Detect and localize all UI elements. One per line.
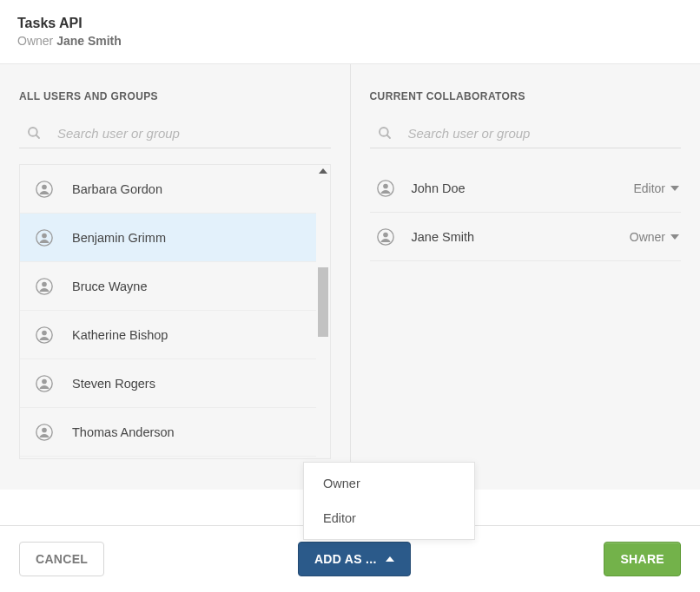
user-name: Steven Rogers bbox=[72, 377, 155, 391]
svg-point-5 bbox=[42, 233, 47, 238]
user-name: Bruce Wayne bbox=[72, 280, 148, 293]
user-item[interactable]: Bruce Wayne bbox=[20, 262, 330, 311]
collaborators-list: John DoeEditorJane SmithOwner bbox=[370, 164, 682, 261]
collaborator-item: John DoeEditor bbox=[370, 164, 682, 213]
share-button[interactable]: SHARE bbox=[604, 542, 681, 576]
all-users-title: ALL USERS AND GROUPS bbox=[19, 90, 331, 102]
user-item[interactable]: Steven Rogers bbox=[20, 359, 330, 408]
avatar-icon bbox=[36, 181, 53, 198]
page-title: Tasks API bbox=[17, 16, 683, 31]
user-item[interactable]: Thomas Anderson bbox=[20, 408, 330, 457]
chevron-down-icon bbox=[670, 234, 679, 240]
avatar-icon bbox=[36, 229, 53, 247]
user-item[interactable]: Barbara Gordon bbox=[20, 165, 330, 214]
chevron-down-icon bbox=[670, 186, 679, 191]
user-name: Thomas Anderson bbox=[72, 425, 175, 439]
svg-point-9 bbox=[42, 330, 47, 335]
svg-line-15 bbox=[386, 135, 389, 138]
collaborators-panel: CURRENT COLLABORATORS John DoeEditorJane… bbox=[351, 64, 701, 490]
collaborators-search-input[interactable] bbox=[408, 126, 682, 141]
collaborators-title: CURRENT COLLABORATORS bbox=[370, 90, 682, 102]
add-as-button[interactable]: ADD AS ... bbox=[298, 542, 411, 576]
collaborator-name: Jane Smith bbox=[412, 230, 630, 244]
svg-point-17 bbox=[383, 183, 388, 188]
chevron-up-icon bbox=[386, 556, 394, 562]
svg-point-11 bbox=[42, 378, 47, 384]
search-icon bbox=[377, 125, 393, 141]
all-users-search[interactable] bbox=[19, 122, 331, 148]
role-select[interactable]: Editor bbox=[633, 181, 679, 195]
svg-line-1 bbox=[36, 135, 39, 138]
avatar-icon bbox=[36, 375, 53, 392]
svg-point-7 bbox=[42, 281, 47, 286]
svg-point-3 bbox=[42, 184, 47, 189]
role-label: Editor bbox=[633, 181, 665, 195]
add-as-menu-item[interactable]: Editor bbox=[304, 501, 474, 536]
owner-line: Owner Jane Smith bbox=[17, 34, 683, 48]
owner-name: Jane Smith bbox=[56, 34, 122, 48]
user-item[interactable]: Katherine Bishop bbox=[20, 311, 330, 359]
svg-point-13 bbox=[42, 427, 47, 432]
dialog-header: Tasks API Owner Jane Smith bbox=[0, 0, 700, 64]
dialog-body: ALL USERS AND GROUPS Barbara GordonBenja… bbox=[0, 64, 700, 490]
owner-label: Owner bbox=[17, 34, 53, 48]
cancel-button[interactable]: CANCEL bbox=[19, 542, 104, 576]
add-as-button-label: ADD AS ... bbox=[314, 552, 377, 566]
svg-point-19 bbox=[383, 232, 388, 237]
avatar-icon bbox=[377, 180, 394, 197]
user-name: Katherine Bishop bbox=[72, 328, 168, 342]
collaborators-search[interactable] bbox=[370, 122, 682, 148]
user-name: Benjamin Grimm bbox=[72, 231, 166, 245]
user-name: Barbara Gordon bbox=[72, 182, 162, 196]
user-item[interactable]: Benjamin Grimm bbox=[20, 214, 330, 262]
avatar-icon bbox=[36, 424, 53, 441]
collaborator-name: John Doe bbox=[412, 181, 634, 195]
all-users-panel: ALL USERS AND GROUPS Barbara GordonBenja… bbox=[0, 64, 351, 490]
users-scrollbar[interactable] bbox=[316, 165, 330, 458]
collaborator-item: Jane SmithOwner bbox=[370, 213, 682, 261]
role-label: Owner bbox=[630, 230, 665, 244]
search-icon bbox=[26, 125, 42, 141]
all-users-list: Barbara GordonBenjamin GrimmBruce WayneK… bbox=[19, 164, 331, 459]
add-as-menu: OwnerEditor bbox=[303, 462, 475, 540]
all-users-search-input[interactable] bbox=[57, 126, 331, 141]
scrollbar-thumb[interactable] bbox=[318, 267, 328, 337]
role-select[interactable]: Owner bbox=[630, 230, 679, 244]
avatar-icon bbox=[377, 228, 394, 246]
add-as-menu-item[interactable]: Owner bbox=[304, 466, 474, 501]
avatar-icon bbox=[36, 326, 53, 344]
avatar-icon bbox=[36, 278, 53, 295]
scroll-up-icon bbox=[319, 168, 327, 174]
